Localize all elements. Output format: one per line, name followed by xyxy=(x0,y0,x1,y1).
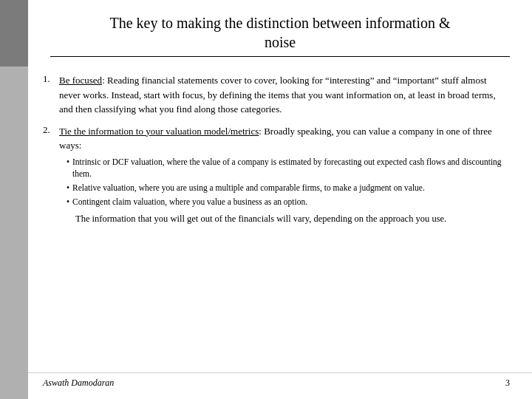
bullet-1: • xyxy=(66,156,69,168)
list-item-2: 2. Tie the information to your valuation… xyxy=(43,124,510,226)
strip-top xyxy=(0,0,28,66)
sub-item-text-1: Intrinsic or DCF valuation, where the va… xyxy=(72,156,510,180)
item-number-2: 2. xyxy=(43,124,59,136)
slide-title: The key to making the distinction betwee… xyxy=(50,13,510,52)
item-content-1: Be focused: Reading financial statements… xyxy=(59,73,510,117)
sub-item-text-3: Contingent claim valuation, where you va… xyxy=(72,196,307,208)
title-line2: noise xyxy=(265,34,296,50)
bullet-3: • xyxy=(66,196,69,208)
footer-page: 3 xyxy=(505,378,510,389)
content-area: 1. Be focused: Reading financial stateme… xyxy=(28,63,532,243)
slide-container: The key to making the distinction betwee… xyxy=(0,0,532,399)
title-area: The key to making the distinction betwee… xyxy=(28,0,532,63)
follow-text: The information that you will get out of… xyxy=(75,212,510,225)
footer: Aswath Damodaran 3 xyxy=(28,372,532,389)
item-text-2: Tie the information to your valuation mo… xyxy=(59,126,492,151)
item-text-1: Be focused: Reading financial statements… xyxy=(59,75,496,115)
bullet-2: • xyxy=(66,182,69,194)
item-number-1: 1. xyxy=(43,73,59,85)
footer-author: Aswath Damodaran xyxy=(43,378,114,389)
sidebar-strip xyxy=(0,0,28,399)
sub-item-text-2: Relative valuation, where you are using … xyxy=(72,182,425,194)
list-item-1: 1. Be focused: Reading financial stateme… xyxy=(43,73,510,117)
item-body-1: : Reading financial statements cover to … xyxy=(59,75,496,115)
item-label-2: Tie the information to your valuation mo… xyxy=(59,126,259,137)
sub-item-2: • Relative valuation, where you are usin… xyxy=(66,182,510,194)
sub-items: • Intrinsic or DCF valuation, where the … xyxy=(66,156,510,208)
sub-item-1: • Intrinsic or DCF valuation, where the … xyxy=(66,156,510,180)
sub-item-3: • Contingent claim valuation, where you … xyxy=(66,196,510,208)
title-divider xyxy=(50,56,510,57)
item-label-1: Be focused xyxy=(59,75,102,86)
item-content-2: Tie the information to your valuation mo… xyxy=(59,124,510,226)
title-line1: The key to making the distinction betwee… xyxy=(109,15,450,31)
strip-middle xyxy=(0,66,28,399)
